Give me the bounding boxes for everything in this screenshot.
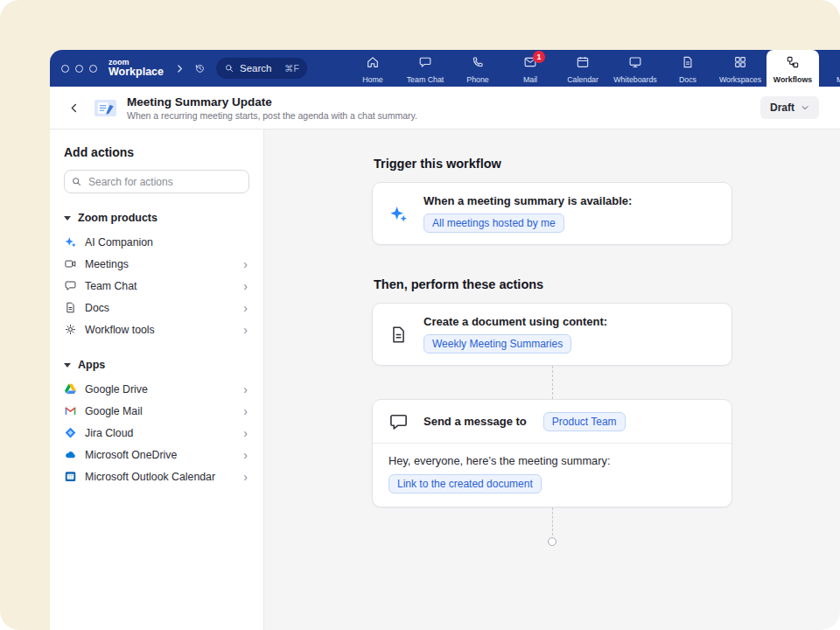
chevron-right-icon: › [243,405,249,417]
dashed-connector [552,366,553,399]
app-window: zoom Workplace Search ⌘F Home [50,50,840,630]
workflow-title: Meeting Summary Update [127,95,417,108]
workflow-canvas: Trigger this workflow When a meeting sum… [264,130,840,630]
chevron-right-icon: › [243,280,249,292]
draft-status-label: Draft [770,102,794,114]
chevron-right-icon: › [243,324,249,336]
workspaces-grid-icon [733,55,747,73]
global-search[interactable]: Search ⌘F [216,58,307,79]
tab-phone[interactable]: Phone [452,50,504,87]
gmail-icon [64,404,77,417]
home-icon [366,55,380,73]
send-message-header: Send a message to Product Team [373,400,732,443]
tab-workspaces[interactable]: Workspaces [714,50,766,87]
send-message-card[interactable]: Send a message to Product Team Hey, ever… [372,399,732,508]
window-control-dot[interactable] [75,65,83,73]
window-control-dot[interactable] [61,65,69,73]
tab-calendar[interactable]: Calendar [556,50,609,87]
phone-icon [471,55,485,73]
trigger-card-content: When a meeting summary is available: All… [424,194,632,233]
mail-unread-badge: 1 [533,51,545,63]
chevron-right-icon: › [243,427,249,439]
sidebar-section-zoom-products: Zoom products AI Companion Meetings › Te… [64,212,249,340]
ai-sparkle-icon [388,204,409,224]
triangle-collapse-icon [64,363,71,368]
video-camera-icon [64,257,77,270]
send-message-text: Send a message to [424,415,527,428]
document-content-chip[interactable]: Weekly Meeting Summaries [424,334,571,354]
search-shortcut: ⌘F [284,63,299,74]
whiteboard-icon [628,55,642,73]
search-icon [224,63,234,74]
tab-home[interactable]: Home [346,50,399,87]
recipient-chip[interactable]: Product Team [543,412,626,431]
zoom-workplace-logo: zoom Workplace [108,59,164,79]
section-header-zoom-products[interactable]: Zoom products [64,212,249,224]
sidebar-item-microsoft-outlook-calendar[interactable]: Microsoft Outlook Calendar › [64,466,249,487]
nav-tabs: Home Team Chat Phone Mail 1 Calend [346,50,840,87]
workflow-header: Meeting Summary Update When a recurring … [50,87,840,130]
chat-bubble-icon [64,279,77,292]
tab-workflows[interactable]: Workflows [766,50,819,87]
trigger-card[interactable]: When a meeting summary is available: All… [372,182,732,245]
chevron-right-icon: › [243,302,249,314]
section-header-apps[interactable]: Apps [64,359,249,371]
desktop-background: zoom Workplace Search ⌘F Home [0,0,840,630]
sidebar-section-apps: Apps Google Drive › Google Mail › J [64,359,249,487]
onedrive-cloud-icon [64,448,77,461]
create-document-content: Create a document using content: Weekly … [424,315,607,354]
chat-bubble-icon [388,411,409,431]
create-document-text: Create a document using content: [424,315,607,328]
sidebar-item-jira-cloud[interactable]: Jira Cloud › [64,422,249,444]
calendar-icon [576,55,590,73]
chevron-right-icon: › [243,383,249,396]
document-icon [388,325,409,345]
sidebar-item-team-chat[interactable]: Team Chat › [64,275,249,297]
sidebar-item-microsoft-onedrive[interactable]: Microsoft OneDrive › [64,444,249,466]
back-button[interactable] [67,102,80,115]
trigger-heading: Trigger this workflow [374,157,732,171]
message-body: Hey, everyone, here’s the meeting summar… [373,444,732,507]
chevron-right-icon: › [243,449,249,461]
window-control-dot[interactable] [89,65,97,73]
workflow-body: Add actions Zoom products AI Companion [50,130,840,630]
tab-more[interactable]: More [819,50,840,87]
workflow-title-block: Meeting Summary Update When a recurring … [127,95,417,121]
meeting-summary-app-icon [94,98,117,118]
sidebar-item-google-drive[interactable]: Google Drive › [64,378,249,400]
trigger-text: When a meeting summary is available: [424,194,632,207]
sidebar-item-ai-companion[interactable]: AI Companion [64,231,249,253]
tab-team-chat[interactable]: Team Chat [399,50,452,87]
chevron-down-icon [801,103,809,112]
message-text: Hey, everyone, here’s the meeting summar… [388,454,716,467]
search-label: Search [240,63,271,74]
actions-heading: Then, perform these actions [374,277,732,291]
draft-status-dropdown[interactable]: Draft [760,96,819,119]
sidebar-heading: Add actions [64,145,249,159]
workflow-flow-column: Trigger this workflow When a meeting sum… [372,130,732,581]
chat-bubble-icon [418,55,432,73]
gear-icon [64,323,77,336]
document-icon [64,301,77,314]
sidebar-item-docs[interactable]: Docs › [64,297,249,318]
search-icon [71,176,82,187]
tab-whiteboards[interactable]: Whiteboards [609,50,662,87]
document-link-chip[interactable]: Link to the created document [388,474,542,494]
tab-docs[interactable]: Docs [662,50,714,87]
triangle-collapse-icon [64,216,71,220]
tab-mail[interactable]: Mail 1 [504,50,556,87]
chevron-right-icon: › [243,471,249,483]
sidebar-item-google-mail[interactable]: Google Mail › [64,400,249,422]
workflow-end-node [548,537,556,546]
workflow-subtitle: When a recurring meeting starts, post th… [127,110,417,121]
chevron-right-icon: › [243,258,249,270]
actions-search-input[interactable] [64,170,249,193]
sidebar-item-meetings[interactable]: Meetings › [64,253,249,275]
chevron-right-icon[interactable] [174,63,186,74]
sidebar-item-workflow-tools[interactable]: Workflow tools › [64,318,249,340]
outlook-calendar-icon [64,470,77,483]
top-navigation: zoom Workplace Search ⌘F Home [50,50,840,87]
create-document-card[interactable]: Create a document using content: Weekly … [372,303,732,366]
history-icon[interactable] [194,63,206,74]
trigger-scope-chip[interactable]: All meetings hosted by me [424,214,564,233]
